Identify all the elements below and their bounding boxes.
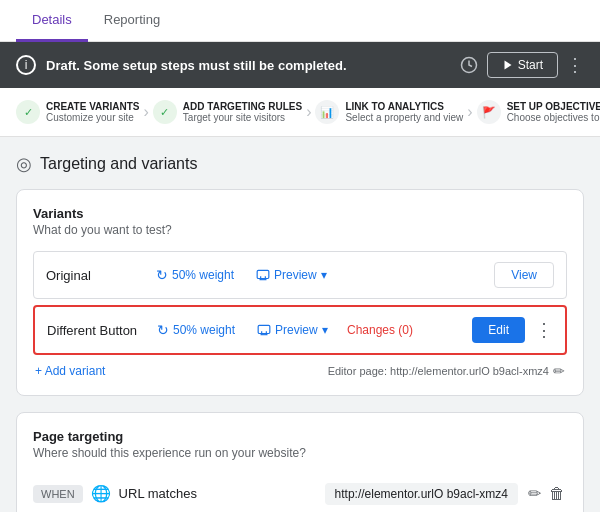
- step-arrow-1: ›: [140, 103, 153, 121]
- step-set-objectives: 🚩 SET UP OBJECTIVES Choose objectives to…: [477, 100, 600, 124]
- weight-icon: ↻: [156, 267, 168, 283]
- tab-details[interactable]: Details: [16, 0, 88, 42]
- svg-rect-2: [257, 270, 269, 278]
- target-icon: ◎: [16, 153, 32, 175]
- variant-different-name: Different Button: [47, 323, 147, 338]
- step-link-analytics-icon: 📊: [315, 100, 339, 124]
- step-create-variants-title: CREATE VARIANTS: [46, 101, 140, 112]
- variant-row-different-button: Different Button ↻ 50% weight Preview ▾ …: [33, 305, 567, 355]
- step-add-targeting-title: ADD TARGETING RULES: [183, 101, 302, 112]
- url-actions: ✏ 🗑: [526, 482, 567, 505]
- variant-original-weight: ↻ 50% weight: [156, 267, 246, 283]
- section-title: Targeting and variants: [40, 155, 197, 173]
- targeting-section: Page targeting Where should this experie…: [16, 412, 584, 512]
- banner-actions: Start ⋮: [459, 52, 584, 78]
- variants-sublabel: What do you want to test?: [33, 223, 567, 237]
- variants-label: Variants: [33, 206, 567, 221]
- steps-bar: ✓ CREATE VARIANTS Customize your site › …: [0, 88, 600, 137]
- draft-label: Draft.: [46, 58, 80, 73]
- targeting-label: Page targeting: [33, 429, 567, 444]
- svg-rect-4: [258, 325, 270, 333]
- url-value: http://elementor.urlO b9acl-xmz4: [325, 483, 518, 505]
- add-variant-row: + Add variant Editor page: http://elemen…: [33, 363, 567, 379]
- variant-different-weight: ↻ 50% weight: [157, 322, 247, 338]
- variants-section: Variants What do you want to test? Origi…: [16, 189, 584, 396]
- tabs-bar: Details Reporting: [0, 0, 600, 42]
- when-badge: WHEN: [33, 485, 83, 503]
- step-link-analytics: 📊 LINK TO ANALYTICS Select a property an…: [315, 100, 463, 124]
- url-matches-text: URL matches: [119, 486, 197, 501]
- main-content: ◎ Targeting and variants Variants What d…: [0, 137, 600, 512]
- url-delete-icon[interactable]: 🗑: [547, 483, 567, 505]
- targeting-sublabel: Where should this experience run on your…: [33, 446, 567, 460]
- draft-banner: i Draft. Some setup steps must still be …: [0, 42, 600, 88]
- step-arrow-3: ›: [463, 103, 476, 121]
- step-set-objectives-icon: 🚩: [477, 100, 501, 124]
- weight-icon-2: ↻: [157, 322, 169, 338]
- variant-original-view-button[interactable]: View: [494, 262, 554, 288]
- url-rule-row: WHEN 🌐 URL matches http://elementor.urlO…: [33, 474, 567, 512]
- editor-page-edit-icon[interactable]: ✏: [553, 363, 565, 379]
- tab-reporting[interactable]: Reporting: [88, 0, 176, 42]
- clock-icon: [459, 55, 479, 75]
- globe-icon: 🌐: [91, 484, 111, 503]
- variant-row-original: Original ↻ 50% weight Preview ▾ View: [33, 251, 567, 299]
- step-add-targeting: ✓ ADD TARGETING RULES Target your site v…: [153, 100, 302, 124]
- variant-more-icon[interactable]: ⋮: [535, 319, 553, 341]
- variant-edit-button[interactable]: Edit: [472, 317, 525, 343]
- step-create-variants: ✓ CREATE VARIANTS Customize your site: [16, 100, 140, 124]
- editor-page-text: Editor page: http://elementor.urlO b9acl…: [328, 363, 565, 379]
- info-icon: i: [16, 55, 36, 75]
- variant-original-preview[interactable]: Preview ▾: [256, 268, 336, 282]
- variant-different-preview[interactable]: Preview ▾: [257, 323, 337, 337]
- step-set-objectives-title: SET UP OBJECTIVES: [507, 101, 600, 112]
- step-link-analytics-title: LINK TO ANALYTICS: [345, 101, 463, 112]
- step-link-analytics-subtitle: Select a property and view: [345, 112, 463, 123]
- start-button[interactable]: Start: [487, 52, 558, 78]
- variant-original-name: Original: [46, 268, 146, 283]
- step-arrow-2: ›: [302, 103, 315, 121]
- add-variant-link[interactable]: + Add variant: [35, 364, 105, 378]
- step-set-objectives-subtitle: Choose objectives to optimize: [507, 112, 600, 123]
- section-header: ◎ Targeting and variants: [16, 153, 584, 175]
- variant-changes-link[interactable]: Changes (0): [347, 323, 427, 337]
- banner-text: Draft. Some setup steps must still be co…: [46, 58, 449, 73]
- step-add-targeting-subtitle: Target your site visitors: [183, 112, 302, 123]
- step-add-targeting-icon: ✓: [153, 100, 177, 124]
- banner-more-icon[interactable]: ⋮: [566, 54, 584, 76]
- url-edit-icon[interactable]: ✏: [526, 482, 543, 505]
- step-create-variants-subtitle: Customize your site: [46, 112, 140, 123]
- svg-marker-1: [504, 61, 511, 70]
- banner-message: Some setup steps must still be completed…: [84, 58, 347, 73]
- step-create-variants-icon: ✓: [16, 100, 40, 124]
